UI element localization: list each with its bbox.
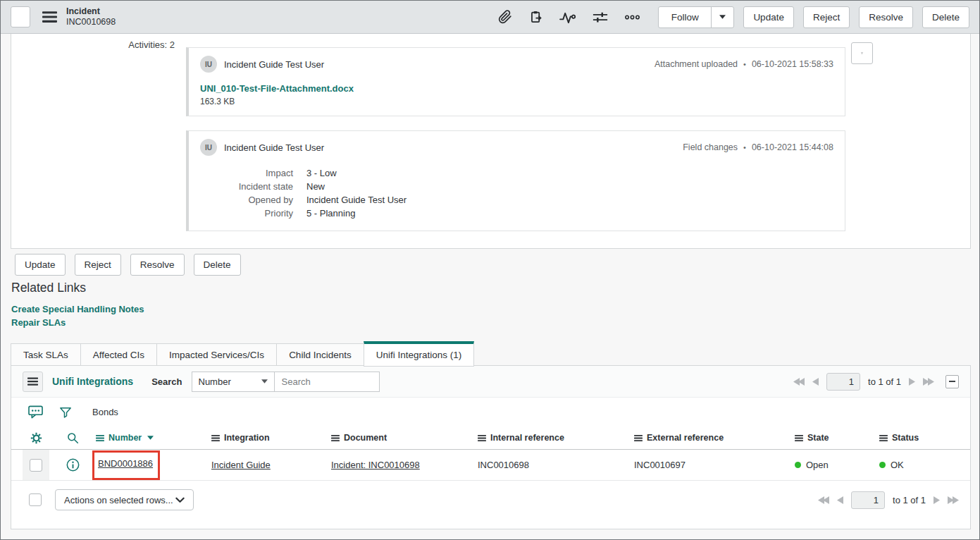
- follow-dropdown-button[interactable]: [711, 6, 734, 28]
- page-number-input[interactable]: [826, 373, 860, 391]
- table-settings-gear-icon[interactable]: [23, 432, 49, 444]
- column-header-external-reference[interactable]: External reference: [634, 433, 795, 443]
- follow-button[interactable]: Follow: [658, 6, 712, 28]
- first-page-icon[interactable]: [793, 378, 805, 386]
- table-search-icon[interactable]: [49, 432, 96, 444]
- row-checkbox-cell: [23, 450, 49, 480]
- comments-bubble-icon[interactable]: [28, 405, 43, 419]
- header-icon-group: [498, 10, 640, 24]
- actions-select-placeholder: Actions on selected rows...: [64, 495, 173, 505]
- last-page-icon[interactable]: [923, 378, 934, 386]
- row-info-icon[interactable]: [49, 458, 96, 472]
- hamburger-icon: [27, 377, 38, 386]
- attachment-file-link[interactable]: UNI_010-Test-File-Attachment.docx: [200, 83, 354, 94]
- resolve-button[interactable]: Resolve: [130, 254, 185, 276]
- tab-unifi-integrations[interactable]: Unifi Integrations (1): [364, 341, 475, 367]
- list-search-input[interactable]: [274, 372, 380, 392]
- more-options-icon[interactable]: [625, 15, 640, 20]
- reject-button-header[interactable]: Reject: [803, 6, 850, 28]
- tab-affected-cis[interactable]: Affected CIs: [80, 343, 156, 366]
- update-button[interactable]: Update: [15, 254, 66, 276]
- table-row: BND0001886 Incident Guide Incident: INC0…: [11, 450, 970, 481]
- select-all-checkbox[interactable]: [29, 493, 42, 506]
- page-number-input[interactable]: [851, 491, 885, 509]
- meta-separator: •: [743, 143, 746, 152]
- personalize-form-icon[interactable]: [593, 11, 608, 23]
- state-value: Open: [806, 460, 829, 470]
- delete-button-header[interactable]: Delete: [922, 6, 969, 28]
- collapse-list-icon[interactable]: [945, 375, 959, 388]
- cell-external-reference: INC0010697: [634, 460, 795, 470]
- first-page-icon[interactable]: [818, 496, 829, 504]
- tab-child-incidents[interactable]: Child Incidents: [276, 343, 364, 366]
- last-page-icon[interactable]: [948, 496, 959, 504]
- activity-stream-icon[interactable]: [559, 11, 576, 24]
- next-page-icon[interactable]: [934, 496, 940, 504]
- activity-section: Activities: 2 IU Incident Guide Test Use…: [11, 34, 971, 249]
- column-label: External reference: [647, 433, 724, 443]
- field-change-row: Incident state New: [200, 180, 833, 193]
- activity-card-attachment: IU Incident Guide Test User Attachment u…: [186, 47, 845, 116]
- column-menu-icon: [211, 435, 220, 441]
- previous-page-icon[interactable]: [837, 496, 843, 504]
- resolve-button-header[interactable]: Resolve: [859, 6, 913, 28]
- cell-number: BND0001886: [96, 450, 211, 480]
- column-header-integration[interactable]: Integration: [211, 433, 331, 443]
- activity-filter-button[interactable]: [851, 42, 873, 64]
- list-funnel-icon[interactable]: [59, 406, 72, 419]
- header-actions: Follow Update Reject Resolve Delete: [498, 6, 969, 28]
- search-column-select[interactable]: Number: [192, 372, 275, 392]
- tab-impacted-services-cis[interactable]: Impacted Services/CIs: [156, 343, 276, 366]
- related-link-create-special-handling-notes[interactable]: Create Special Handling Notes: [11, 303, 144, 317]
- column-header-document[interactable]: Document: [331, 433, 478, 443]
- meta-separator: •: [743, 60, 746, 68]
- unifi-integrations-list: Unifi Integrations Search Number to 1 of…: [11, 365, 971, 529]
- previous-page-icon[interactable]: [812, 378, 819, 386]
- list-header: Unifi Integrations Search Number to 1 of…: [11, 366, 970, 398]
- activity-event-type: Attachment uploaded: [655, 59, 738, 69]
- field-value: 3 - Low: [306, 166, 337, 180]
- field-changes-list: Impact 3 - Low Incident state New Opened…: [189, 161, 845, 231]
- activity-event-type: Field changes: [683, 142, 738, 152]
- tab-label: Affected CIs: [93, 350, 144, 360]
- next-page-icon[interactable]: [909, 378, 915, 386]
- attachment-file-size: 163.3 KB: [200, 97, 833, 106]
- cell-integration: Incident Guide: [211, 460, 331, 470]
- column-menu-icon: [879, 435, 888, 441]
- status-value: OK: [891, 460, 904, 470]
- related-lists-tabbar: Task SLAs Affected CIs Impacted Services…: [11, 341, 474, 366]
- column-header-state[interactable]: State: [795, 433, 879, 443]
- copy-record-icon[interactable]: [529, 10, 542, 24]
- tab-label: Task SLAs: [23, 350, 68, 360]
- row-checkbox[interactable]: [30, 459, 42, 472]
- context-menu-icon[interactable]: [42, 11, 57, 23]
- column-menu-icon: [96, 435, 104, 441]
- activity-timestamp: 06-10-2021 15:58:33: [752, 59, 833, 69]
- document-link[interactable]: Incident: INC0010698: [331, 460, 420, 470]
- group-label: Bonds: [92, 407, 118, 417]
- column-header-number[interactable]: Number: [96, 433, 211, 443]
- bond-number-link[interactable]: BND0001886: [98, 458, 153, 469]
- field-label: Priority: [200, 207, 293, 220]
- sort-descending-icon: [147, 436, 154, 440]
- column-menu-icon: [331, 435, 340, 441]
- cell-state: Open: [795, 460, 879, 470]
- list-pagination-bottom: to 1 of 1: [818, 491, 959, 509]
- cell-document: Incident: INC0010698: [331, 460, 478, 470]
- back-button[interactable]: [11, 6, 30, 27]
- highlight-box: BND0001886: [92, 450, 160, 480]
- tab-task-slas[interactable]: Task SLAs: [11, 343, 80, 366]
- cell-status: OK: [879, 460, 959, 470]
- reject-button[interactable]: Reject: [75, 254, 121, 276]
- column-label: Status: [892, 433, 919, 443]
- column-header-internal-reference[interactable]: Internal reference: [478, 433, 634, 443]
- field-change-row: Opened by Incident Guide Test User: [200, 193, 833, 207]
- column-header-status[interactable]: Status: [879, 433, 959, 443]
- related-link-repair-slas[interactable]: Repair SLAs: [11, 317, 144, 330]
- delete-button[interactable]: Delete: [194, 254, 241, 276]
- attachment-paperclip-icon[interactable]: [498, 10, 512, 24]
- integration-link[interactable]: Incident Guide: [211, 460, 271, 470]
- list-menu-button[interactable]: [23, 372, 43, 392]
- actions-on-selected-rows-select[interactable]: Actions on selected rows...: [55, 489, 194, 510]
- update-button-header[interactable]: Update: [743, 6, 794, 28]
